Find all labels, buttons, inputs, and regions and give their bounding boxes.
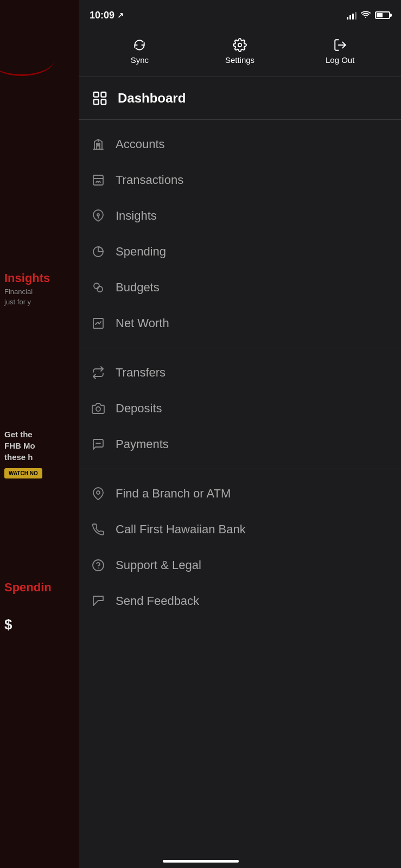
find-branch-menu-item[interactable]: Find a Branch or ATM <box>79 476 401 512</box>
deposits-icon <box>92 402 105 415</box>
svg-rect-7 <box>101 92 106 97</box>
feedback-label: Send Feedback <box>116 594 199 608</box>
separator-3 <box>79 469 401 469</box>
transfers-label: Transfers <box>116 366 166 380</box>
status-icons <box>347 10 390 20</box>
find-branch-label: Find a Branch or ATM <box>116 487 231 501</box>
spending-menu-item[interactable]: Spending <box>79 234 401 270</box>
settings-button[interactable]: Settings <box>218 38 262 65</box>
spending-icon <box>92 245 105 258</box>
transactions-icon <box>92 174 105 187</box>
dashboard-icon <box>92 90 108 106</box>
transactions-label: Transactions <box>116 173 183 187</box>
accounts-menu-item[interactable]: Accounts <box>79 126 401 162</box>
transfers-menu-item[interactable]: Transfers <box>79 355 401 391</box>
payments-menu-item[interactable]: Payments <box>79 426 401 462</box>
net-worth-icon <box>92 317 105 330</box>
status-bar: 10:09 ↗ <box>79 0 401 28</box>
bg-promo-line2: FHB Mo <box>4 440 80 451</box>
svg-point-4 <box>238 43 242 47</box>
navigation-drawer: 10:09 ↗ <box>79 0 401 868</box>
svg-rect-12 <box>93 175 103 185</box>
home-indicator <box>163 860 239 863</box>
settings-icon <box>233 38 247 52</box>
svg-point-20 <box>97 491 100 494</box>
signal-bar-4 <box>355 12 357 20</box>
battery-fill <box>377 13 383 17</box>
budgets-menu-item[interactable]: Budgets <box>79 270 401 305</box>
background-spending-section: Spendin $ <box>4 580 80 633</box>
insights-icon <box>92 209 105 222</box>
find-branch-icon <box>92 487 105 500</box>
dashboard-menu-item[interactable]: Dashboard <box>79 77 401 117</box>
insights-menu-item[interactable]: Insights <box>79 198 401 234</box>
payments-label: Payments <box>116 437 169 451</box>
deposits-label: Deposits <box>116 401 162 416</box>
signal-icon <box>347 11 357 20</box>
bg-watch-now-button: WATCH NO <box>4 468 42 478</box>
support-label: Support & Legal <box>116 558 201 572</box>
separator-2 <box>79 348 401 348</box>
svg-point-21 <box>93 560 104 571</box>
logout-button[interactable]: Log Out <box>319 38 362 65</box>
bg-promo-line1: Get the <box>4 429 80 440</box>
sync-icon <box>132 38 147 52</box>
logout-label: Log Out <box>326 55 354 65</box>
separator-1 <box>79 119 401 120</box>
accounts-label: Accounts <box>116 137 165 151</box>
svg-point-16 <box>97 286 103 292</box>
feedback-menu-item[interactable]: Send Feedback <box>79 583 401 619</box>
call-bank-label: Call First Hawaiian Bank <box>116 522 246 537</box>
svg-point-3 <box>365 17 366 18</box>
wifi-icon <box>361 10 371 20</box>
transfers-icon <box>92 366 105 379</box>
net-worth-label: Net Worth <box>116 316 169 330</box>
call-bank-icon <box>92 523 105 536</box>
net-worth-menu-item[interactable]: Net Worth <box>79 305 401 341</box>
signal-bar-3 <box>352 14 354 20</box>
support-icon <box>92 559 105 572</box>
menu-section-1: Accounts Transactions Insights <box>79 122 401 346</box>
deposits-menu-item[interactable]: Deposits <box>79 391 401 426</box>
transactions-menu-item[interactable]: Transactions <box>79 162 401 198</box>
support-menu-item[interactable]: Support & Legal <box>79 547 401 583</box>
svg-rect-6 <box>94 92 99 97</box>
signal-bar-2 <box>349 15 351 20</box>
accounts-icon <box>92 138 105 151</box>
sync-button[interactable]: Sync <box>118 38 161 65</box>
status-time: 10:09 ↗ <box>90 10 124 21</box>
svg-rect-8 <box>94 100 99 105</box>
svg-point-15 <box>94 283 99 289</box>
signal-bar-1 <box>347 17 348 20</box>
bg-insights-sub2: just for y <box>4 298 80 306</box>
budgets-icon <box>92 281 105 294</box>
menu-section-2: Transfers Deposits Payments <box>79 350 401 467</box>
menu-section-3: Find a Branch or ATM Call First Hawaiian… <box>79 471 401 623</box>
background-insights-section: Insights Financial just for y <box>4 271 80 306</box>
svg-marker-23 <box>93 596 103 605</box>
logout-icon <box>333 38 347 52</box>
bg-promo-line3: these h <box>4 451 80 463</box>
top-actions-bar: Sync Settings Log Out <box>79 28 401 77</box>
settings-label: Settings <box>225 55 254 65</box>
payments-icon <box>92 438 105 451</box>
budgets-label: Budgets <box>116 280 160 295</box>
bg-spending-dollar: $ <box>4 616 80 633</box>
bg-insights-sub1: Financial <box>4 288 80 296</box>
insights-label: Insights <box>116 209 157 223</box>
svg-rect-9 <box>101 100 106 105</box>
svg-rect-11 <box>99 143 100 145</box>
location-arrow-icon: ↗ <box>117 11 124 20</box>
bg-insights-title: Insights <box>4 271 80 285</box>
svg-point-18 <box>96 407 100 411</box>
background-promo-section: Get the FHB Mo these h WATCH NO <box>4 429 80 478</box>
call-bank-menu-item[interactable]: Call First Hawaiian Bank <box>79 512 401 547</box>
dashboard-label: Dashboard <box>118 91 186 106</box>
spending-label: Spending <box>116 245 166 259</box>
battery-icon <box>375 11 390 19</box>
bg-spending-title: Spendin <box>4 580 80 595</box>
feedback-icon <box>92 595 105 608</box>
sync-label: Sync <box>131 55 149 65</box>
svg-rect-10 <box>97 143 98 145</box>
